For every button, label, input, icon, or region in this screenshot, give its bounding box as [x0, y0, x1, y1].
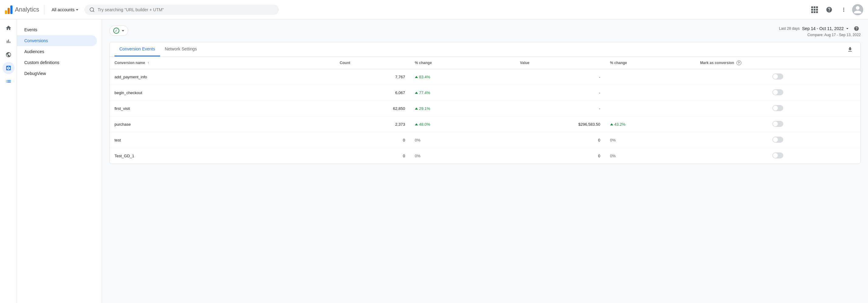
cell-conversion-name: Test_GD_1	[110, 148, 335, 164]
logo-area[interactable]: Analytics	[5, 5, 39, 14]
positive-change: 29.1%	[415, 106, 510, 111]
cell-count: 0	[335, 132, 410, 148]
help-icon	[826, 6, 833, 13]
table-row: Test_GD_100%00%	[110, 148, 860, 164]
cell-count-change: 29.1%	[410, 101, 515, 116]
table-row: add_payment_info7,76783.4%-	[110, 69, 860, 85]
neutral-change: 0%	[415, 154, 421, 158]
list-icon	[5, 78, 11, 85]
search-bar[interactable]	[85, 5, 279, 15]
sort-icon: ↑	[147, 61, 149, 65]
arrow-up-icon	[415, 76, 418, 78]
col-header-count-change: % change	[410, 57, 515, 69]
sidebar-item-audiences[interactable]: Audiences	[17, 46, 97, 57]
conversion-toggle[interactable]	[772, 153, 783, 159]
sidebar-item-conversions[interactable]: Conversions	[17, 35, 97, 46]
date-help-button[interactable]	[852, 24, 861, 33]
positive-change: 77.4%	[415, 91, 510, 95]
sidebar-item-debugview[interactable]: DebugView	[17, 68, 97, 79]
chevron-down-icon	[76, 9, 79, 11]
date-dropdown-icon	[845, 26, 850, 31]
cell-value-change	[605, 69, 695, 85]
cell-mark-conversion	[695, 69, 860, 85]
filter-area: ✓	[109, 26, 128, 36]
col-header-count: Count	[335, 57, 410, 69]
table-card: Conversion Events Network Settings Conve…	[109, 42, 861, 164]
positive-change: 83.4%	[415, 75, 510, 79]
arrow-up-icon	[610, 123, 613, 125]
table-row: test00%00%	[110, 132, 860, 148]
cell-mark-conversion	[695, 132, 860, 148]
apps-button[interactable]	[808, 4, 820, 16]
cell-value-change	[605, 85, 695, 101]
conversion-toggle[interactable]	[772, 137, 783, 143]
positive-value-change: 43.2%	[610, 122, 691, 127]
cell-count: 6,067	[335, 85, 410, 101]
col-header-value-change: % change	[605, 57, 695, 69]
col-header-name[interactable]: Conversion name ↑	[110, 57, 335, 69]
avatar[interactable]	[852, 4, 863, 15]
arrow-up-icon	[415, 123, 418, 125]
search-input[interactable]	[98, 7, 274, 12]
nav-explore-button[interactable]	[2, 48, 14, 61]
nav-home-button[interactable]	[2, 22, 14, 34]
explore-icon	[5, 52, 11, 58]
filter-button[interactable]: ✓	[109, 26, 128, 36]
help-button[interactable]	[823, 4, 835, 16]
tab-conversion-events[interactable]: Conversion Events	[115, 42, 160, 57]
conversion-toggle[interactable]	[772, 89, 783, 95]
more-options-button[interactable]	[838, 4, 850, 16]
google-analytics-logo	[5, 5, 12, 14]
tab-network-settings[interactable]: Network Settings	[160, 42, 202, 57]
cell-value: -	[515, 85, 605, 101]
top-header: Analytics All accounts	[0, 0, 868, 20]
mark-help-icon[interactable]: ?	[737, 60, 741, 65]
cell-count-change: 77.4%	[410, 85, 515, 101]
cell-count-change: 0%	[410, 132, 515, 148]
download-button[interactable]	[845, 44, 856, 55]
neutral-change: 0%	[415, 138, 421, 142]
nav-admin-button[interactable]	[2, 75, 14, 88]
home-icon	[5, 25, 11, 31]
header-divider	[44, 5, 44, 14]
conversion-toggle[interactable]	[772, 121, 783, 127]
cell-value-change: 0%	[605, 132, 695, 148]
table-row: begin_checkout6,06777.4%-	[110, 85, 860, 101]
date-range-area: Last 28 days Sep 14 - Oct 11, 2022 Compa…	[779, 24, 861, 37]
nav-reports-button[interactable]	[2, 35, 14, 47]
positive-change: 48.0%	[415, 122, 510, 127]
filter-chevron-icon	[122, 30, 124, 32]
bar-chart-icon	[5, 38, 11, 44]
left-nav	[0, 20, 17, 303]
cell-mark-conversion	[695, 116, 860, 132]
cell-conversion-name: first_visit	[110, 101, 335, 116]
account-circle-icon	[852, 4, 863, 15]
cell-count: 7,767	[335, 69, 410, 85]
conversion-toggle[interactable]	[772, 73, 783, 79]
neutral-value-change: 0%	[610, 138, 616, 142]
svg-line-1	[93, 11, 94, 11]
date-range-selector[interactable]: Sep 14 - Oct 11, 2022	[802, 26, 850, 31]
date-range-text: Sep 14 - Oct 11, 2022	[802, 26, 844, 31]
grid-icon	[811, 6, 818, 13]
date-compare-text: Compare: Aug 17 - Sep 13, 2022	[779, 33, 861, 37]
account-selector[interactable]: All accounts	[49, 6, 81, 13]
sidebar-item-custom-definitions[interactable]: Custom definitions	[17, 57, 97, 68]
cell-mark-conversion	[695, 148, 860, 164]
arrow-up-icon	[415, 92, 418, 94]
cell-value: $296,583.50	[515, 116, 605, 132]
nav-configure-button[interactable]	[2, 62, 14, 74]
conversion-toggle[interactable]	[772, 105, 783, 111]
search-icon	[89, 7, 95, 12]
cell-conversion-name: purchase	[110, 116, 335, 132]
col-header-value: Value	[515, 57, 605, 69]
download-icon	[847, 46, 853, 53]
cell-count: 62,850	[335, 101, 410, 116]
cell-count-change: 48.0%	[410, 116, 515, 132]
cell-mark-conversion	[695, 101, 860, 116]
content-area: ✓ Last 28 days Sep 14 - Oct 11, 2022 Com…	[102, 20, 868, 303]
sidebar-item-events[interactable]: Events	[17, 24, 97, 35]
table-row: purchase2,37348.0%$296,583.5043.2%	[110, 116, 860, 132]
cell-value: 0	[515, 148, 605, 164]
cell-value: -	[515, 101, 605, 116]
